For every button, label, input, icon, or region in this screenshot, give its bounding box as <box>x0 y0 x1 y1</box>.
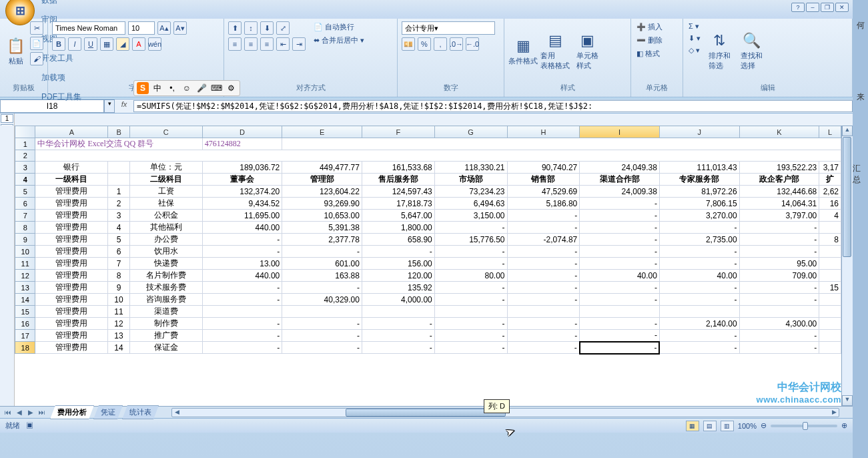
cell-A1[interactable]: 中华会计网校 Excel交流 QQ 群号 <box>35 138 202 150</box>
cell-L15[interactable] <box>819 306 841 318</box>
cell-L3[interactable]: 3,17 <box>819 162 841 174</box>
cell-L7[interactable]: 4 <box>819 210 841 222</box>
row-header-14[interactable]: 14 <box>15 294 35 306</box>
cell-E17[interactable]: - <box>282 330 362 342</box>
cell-H12[interactable]: - <box>507 270 580 282</box>
merge-center-button[interactable]: ⬌ 合并后居中 ▾ <box>312 35 366 46</box>
percent-button[interactable]: % <box>418 37 431 51</box>
row-header-5[interactable]: 5 <box>15 186 35 198</box>
cell-H9[interactable]: -2,074.87 <box>507 234 580 246</box>
cell-L13[interactable]: 15 <box>819 282 841 294</box>
indent-increase-button[interactable]: ⇥ <box>292 37 306 51</box>
header-cell-10[interactable]: 政企客户部 <box>739 174 819 186</box>
cell-L10[interactable] <box>819 246 841 258</box>
cell-G14[interactable]: - <box>434 294 507 306</box>
cell-G13[interactable]: - <box>434 282 507 294</box>
cell-B10[interactable]: 6 <box>108 246 130 258</box>
cell-F8[interactable]: 1,800.00 <box>362 222 434 234</box>
cell-G15[interactable] <box>434 306 507 318</box>
macro-record-icon[interactable]: ▣ <box>26 421 33 429</box>
restore-button[interactable]: ❐ <box>821 3 834 12</box>
header-cell-1[interactable] <box>108 174 130 186</box>
orientation-button[interactable]: ⤢ <box>276 21 290 35</box>
cell-K5[interactable]: 132,446.68 <box>739 186 819 198</box>
row-header-10[interactable]: 10 <box>15 246 35 258</box>
cell-F17[interactable]: - <box>362 330 434 342</box>
row-header-18[interactable]: 18 <box>15 342 35 354</box>
cell-E18[interactable]: - <box>282 342 362 354</box>
cell-D18[interactable]: - <box>202 342 282 354</box>
zoom-out-button[interactable]: ⊖ <box>761 421 767 430</box>
cell-K16[interactable]: 4,300.00 <box>739 318 819 330</box>
row-header-17[interactable]: 17 <box>15 330 35 342</box>
fx-button[interactable]: fx <box>117 100 131 112</box>
cell-B16[interactable]: 12 <box>108 318 130 330</box>
cell-E8[interactable]: 5,391.38 <box>282 222 362 234</box>
cell-G9[interactable]: 15,776.50 <box>434 234 507 246</box>
cell-J7[interactable]: 3,270.00 <box>659 210 739 222</box>
cell-G11[interactable]: - <box>434 258 507 270</box>
zoom-thumb[interactable] <box>803 422 808 430</box>
cell-H5[interactable]: 47,529.69 <box>507 186 580 198</box>
cell-C10[interactable]: 饮用水 <box>129 246 202 258</box>
cell-A13[interactable]: 管理费用 <box>35 282 108 294</box>
decrease-decimal-button[interactable]: ←.0 <box>466 37 479 51</box>
cell-G8[interactable]: - <box>434 222 507 234</box>
cell-C6[interactable]: 社保 <box>129 198 202 210</box>
cell-B8[interactable]: 4 <box>108 222 130 234</box>
cell-G3[interactable]: 118,330.21 <box>434 162 507 174</box>
sheet-tab-2[interactable]: 统计表 <box>122 405 159 419</box>
cell-J13[interactable]: - <box>659 282 739 294</box>
minimize-button[interactable]: – <box>806 3 819 12</box>
cell-F15[interactable] <box>362 306 434 318</box>
row-header-6[interactable]: 6 <box>15 198 35 210</box>
col-header-A[interactable]: A <box>35 126 108 138</box>
cell-B11[interactable]: 7 <box>108 258 130 270</box>
cell-J14[interactable]: - <box>659 294 739 306</box>
cell-F9[interactable]: 658.90 <box>362 234 434 246</box>
cell-E15[interactable] <box>282 306 362 318</box>
cut-button[interactable]: ✂ <box>30 21 43 35</box>
cell-H13[interactable]: - <box>507 282 580 294</box>
ime-settings-button[interactable]: ⚙ <box>225 82 237 94</box>
cell-D8[interactable]: 440.00 <box>202 222 282 234</box>
cell-E13[interactable]: - <box>282 282 362 294</box>
cell-C3[interactable]: 单位：元 <box>129 162 202 174</box>
ribbon-help[interactable]: ? <box>791 3 805 12</box>
cell-L17[interactable] <box>819 330 841 342</box>
cell-K3[interactable]: 193,522.23 <box>739 162 819 174</box>
underline-button[interactable]: U <box>84 37 97 51</box>
cell-A11[interactable]: 管理费用 <box>35 258 108 270</box>
cell-I5[interactable]: 24,009.38 <box>580 186 660 198</box>
cell-L8[interactable] <box>819 222 841 234</box>
cell-J16[interactable]: 2,140.00 <box>659 318 739 330</box>
cell-L12[interactable] <box>819 270 841 282</box>
align-right-button[interactable]: ≡ <box>260 37 274 51</box>
cell-A15[interactable]: 管理费用 <box>35 306 108 318</box>
table-format-button[interactable]: ▤套用 表格格式 <box>540 21 570 81</box>
cell-F12[interactable]: 120.00 <box>362 270 434 282</box>
cell-F6[interactable]: 17,818.73 <box>362 198 434 210</box>
cell-E10[interactable]: - <box>282 246 362 258</box>
cell-D3[interactable]: 189,036.72 <box>202 162 282 174</box>
cell-B7[interactable]: 3 <box>108 210 130 222</box>
cell-F7[interactable]: 5,647.00 <box>362 210 434 222</box>
select-all[interactable] <box>15 126 35 138</box>
cell-G10[interactable]: - <box>434 246 507 258</box>
sheet-tab-0[interactable]: 费用分析 <box>50 405 94 419</box>
cell-F3[interactable]: 161,533.68 <box>362 162 434 174</box>
row-header-12[interactable]: 12 <box>15 270 35 282</box>
cell-D13[interactable]: - <box>202 282 282 294</box>
cell-E5[interactable]: 123,604.22 <box>282 186 362 198</box>
cell-D9[interactable]: - <box>202 234 282 246</box>
cell-A16[interactable]: 管理费用 <box>35 318 108 330</box>
cell-C16[interactable]: 制作费 <box>129 318 202 330</box>
cell-I15[interactable] <box>580 306 660 318</box>
cell-A5[interactable]: 管理费用 <box>35 186 108 198</box>
cell-B12[interactable]: 8 <box>108 270 130 282</box>
cell-F14[interactable]: 4,000.00 <box>362 294 434 306</box>
hscroll-right[interactable]: ▶ <box>829 409 839 417</box>
grow-font-button[interactable]: A▴ <box>157 21 171 35</box>
header-cell-6[interactable]: 市场部 <box>434 174 507 186</box>
cell-F5[interactable]: 124,597.43 <box>362 186 434 198</box>
